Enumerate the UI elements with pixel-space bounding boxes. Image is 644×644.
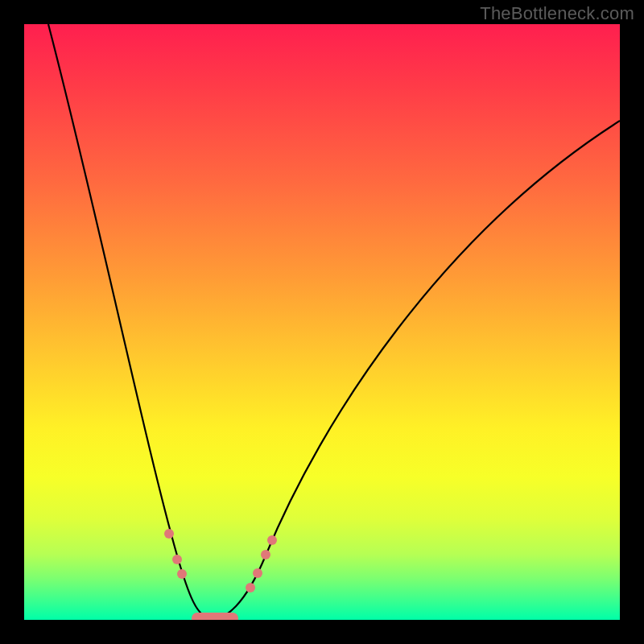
marker-dot	[253, 568, 262, 578]
watermark-text: TheBottleneck.com	[480, 3, 634, 24]
marker-capsule	[192, 613, 238, 620]
marker-dot	[164, 529, 174, 539]
marker-dot	[261, 550, 270, 559]
chart-frame: TheBottleneck.com	[0, 0, 644, 644]
bottleneck-curve	[48, 24, 620, 618]
marker-dot	[172, 555, 182, 564]
marker-dot	[177, 569, 187, 579]
marker-dot	[267, 535, 277, 545]
marker-dot	[246, 583, 255, 592]
chart-svg	[24, 24, 620, 620]
chart-plot-area	[24, 24, 620, 620]
